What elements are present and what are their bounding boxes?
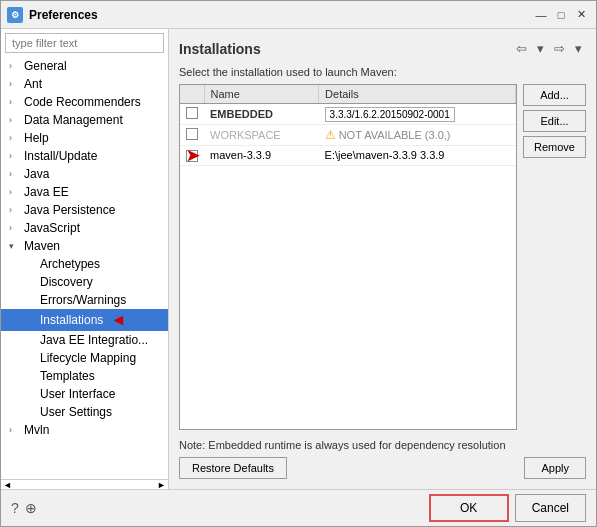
nav-back-button[interactable]: ⇦ (512, 39, 531, 58)
sidebar-item-java-persistence[interactable]: Java Persistence (1, 201, 168, 219)
sidebar-item-javascript[interactable]: JavaScript (1, 219, 168, 237)
nav-dropdown-button[interactable]: ▾ (533, 39, 548, 58)
expand-arrow-data-management (9, 115, 21, 125)
col-header-name[interactable]: Name (204, 85, 319, 104)
remove-button[interactable]: Remove (523, 136, 586, 158)
expand-arrow-general (9, 61, 21, 71)
edit-button[interactable]: Edit... (523, 110, 586, 132)
expand-arrow-ant (9, 79, 21, 89)
close-button[interactable]: ✕ (572, 6, 590, 24)
sidebar-item-java[interactable]: Java (1, 165, 168, 183)
sidebar-item-label: Errors/Warnings (40, 293, 126, 307)
row-name-workspace[interactable]: WORKSPACE (204, 125, 319, 146)
sidebar-item-label: Templates (40, 369, 95, 383)
sidebar-item-label: Code Recommenders (24, 95, 141, 109)
filter-input[interactable] (5, 33, 164, 53)
nav-forward-dropdown-button[interactable]: ▾ (571, 39, 586, 58)
cancel-button[interactable]: Cancel (515, 494, 586, 522)
scroll-right-icon[interactable]: ► (157, 480, 166, 490)
row-name-maven[interactable]: ➤ maven-3.3.9 (204, 146, 319, 166)
sidebar-item-label: User Settings (40, 405, 112, 419)
sidebar-item-label: Lifecycle Mapping (40, 351, 136, 365)
sidebar-item-help[interactable]: Help (1, 129, 168, 147)
sidebar-item-label: Ant (24, 77, 42, 91)
row-name-embedded[interactable]: EMBEDDED (204, 104, 319, 125)
table-row: ➤ maven-3.3.9 E:\jee\maven-3.3.9 3.3.9 (180, 146, 516, 166)
sidebar-item-templates[interactable]: Templates (1, 367, 168, 385)
footer-bar: ? ⊕ OK Cancel (1, 489, 596, 526)
scroll-left-icon[interactable]: ◄ (3, 480, 12, 490)
sidebar-item-errors-warnings[interactable]: Errors/Warnings (1, 291, 168, 309)
right-panel: Installations ⇦ ▾ ⇨ ▾ Select the install… (169, 29, 596, 489)
sidebar-item-java-ee-integration[interactable]: Java EE Integratio... (1, 331, 168, 349)
title-bar-controls: — □ ✕ (532, 6, 590, 24)
row-checkbox-workspace[interactable] (186, 128, 198, 140)
row-checkbox-cell[interactable] (180, 104, 204, 125)
sidebar-item-label: Java Persistence (24, 203, 115, 217)
sidebar-item-archetypes[interactable]: Archetypes (1, 255, 168, 273)
sidebar-item-label: Java EE Integratio... (40, 333, 148, 347)
row-checkbox-cell[interactable] (180, 125, 204, 146)
installations-table: Name Details EMBEDDED (180, 85, 516, 166)
note-text: Note: Embedded runtime is always used fo… (179, 438, 586, 453)
sidebar-item-ant[interactable]: Ant (1, 75, 168, 93)
sidebar-item-java-ee[interactable]: Java EE (1, 183, 168, 201)
sidebar-item-label: Maven (24, 239, 60, 253)
minimize-button[interactable]: — (532, 6, 550, 24)
expand-arrow-java-persistence (9, 205, 21, 215)
title-bar: ⚙ Preferences — □ ✕ (1, 1, 596, 29)
sidebar-item-user-settings[interactable]: User Settings (1, 403, 168, 421)
restore-defaults-button[interactable]: Restore Defaults (179, 457, 287, 479)
expand-arrow-code-recommenders (9, 97, 21, 107)
side-buttons: Add... Edit... Remove (523, 84, 586, 430)
window-title: Preferences (29, 8, 98, 22)
link-button[interactable]: ⊕ (25, 500, 37, 516)
expand-arrow-java-ee (9, 187, 21, 197)
installations-container: Name Details EMBEDDED (179, 84, 586, 430)
table-row: WORKSPACE ⚠ NOT AVAILABLE (3.0,) (180, 125, 516, 146)
window-icon: ⚙ (7, 7, 23, 23)
sidebar-item-label: Install/Update (24, 149, 97, 163)
sidebar-item-installations[interactable]: Installations ◄ (1, 309, 168, 331)
tree-container: General Ant Code Recommenders Data Manag… (1, 57, 168, 479)
installations-table-wrapper: Name Details EMBEDDED (179, 84, 517, 430)
sidebar-item-user-interface[interactable]: User Interface (1, 385, 168, 403)
row-checkbox-embedded[interactable] (186, 107, 198, 119)
main-content: General Ant Code Recommenders Data Manag… (1, 29, 596, 489)
sidebar-item-maven[interactable]: Maven (1, 237, 168, 255)
sidebar-item-code-recommenders[interactable]: Code Recommenders (1, 93, 168, 111)
warning-icon: ⚠ (325, 128, 336, 142)
sidebar-item-label: Installations (40, 313, 103, 327)
sidebar-item-label: Mvln (24, 423, 49, 437)
nav-forward-button[interactable]: ⇨ (550, 39, 569, 58)
row-details-workspace: ⚠ NOT AVAILABLE (3.0,) (319, 125, 516, 146)
col-header-details[interactable]: Details (319, 85, 516, 104)
sidebar-item-lifecycle-mapping[interactable]: Lifecycle Mapping (1, 349, 168, 367)
maximize-button[interactable]: □ (552, 6, 570, 24)
sidebar-item-label: Discovery (40, 275, 93, 289)
row-selection-arrow: ➤ (186, 146, 199, 165)
sidebar-item-label: Archetypes (40, 257, 100, 271)
sidebar-item-general[interactable]: General (1, 57, 168, 75)
add-button[interactable]: Add... (523, 84, 586, 106)
ok-cancel-buttons: OK Cancel (429, 494, 586, 522)
row-details-embedded: 3.3.3/1.6.2.20150902-0001 (319, 104, 516, 125)
sidebar-item-data-management[interactable]: Data Management (1, 111, 168, 129)
expand-arrow-mvln (9, 425, 21, 435)
preferences-window: ⚙ Preferences — □ ✕ General Ant (0, 0, 597, 527)
sidebar-item-label: Help (24, 131, 49, 145)
sidebar-item-install-update[interactable]: Install/Update (1, 147, 168, 165)
panel-header: Installations ⇦ ▾ ⇨ ▾ (179, 39, 586, 58)
apply-button[interactable]: Apply (524, 457, 586, 479)
sidebar-item-discovery[interactable]: Discovery (1, 273, 168, 291)
sidebar-item-label: User Interface (40, 387, 115, 401)
sidebar: General Ant Code Recommenders Data Manag… (1, 29, 169, 489)
sidebar-scroll-bar: ◄ ► (1, 479, 168, 489)
expand-arrow-install-update (9, 151, 21, 161)
ok-button[interactable]: OK (429, 494, 509, 522)
sidebar-item-label: Java EE (24, 185, 69, 199)
title-bar-left: ⚙ Preferences (7, 7, 98, 23)
sidebar-item-label: JavaScript (24, 221, 80, 235)
sidebar-item-mvln[interactable]: Mvln (1, 421, 168, 439)
help-button[interactable]: ? (11, 500, 19, 516)
